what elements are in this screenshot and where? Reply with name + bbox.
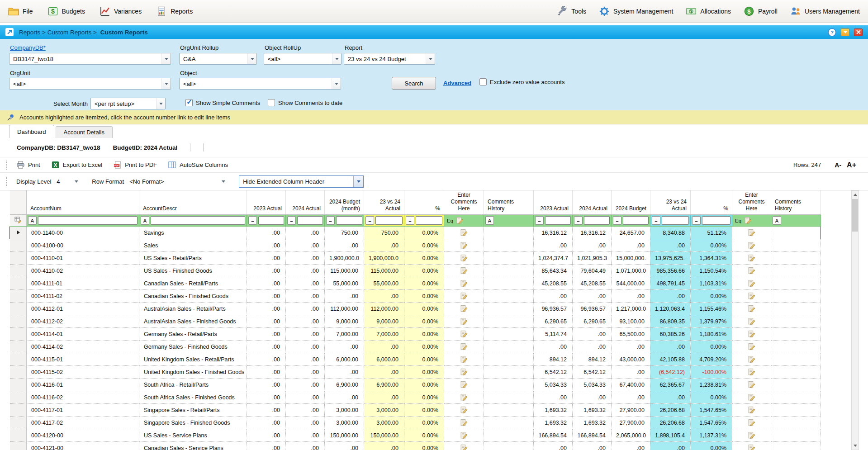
enter-comment-cell[interactable] — [444, 429, 484, 442]
table-row[interactable]: 000-4100-00Sales.00.00.00.000.00%.00.00.… — [10, 239, 821, 252]
row-format-select[interactable]: <No Format> — [129, 178, 225, 185]
row-marker[interactable] — [10, 290, 27, 303]
column-header-11-2024-budget[interactable]: 2024 Budget — [612, 190, 650, 215]
enter-comment-cell[interactable] — [732, 265, 771, 277]
account-number-link[interactable]: 000-4115-01 — [31, 356, 63, 363]
row-marker[interactable] — [10, 379, 27, 391]
column-header-13-[interactable]: % — [691, 190, 732, 215]
scroll-up-button[interactable] — [852, 191, 859, 199]
account-number-link[interactable]: 000-1140-00 — [31, 230, 63, 236]
text-filter-icon[interactable]: A — [773, 216, 781, 225]
table-row[interactable]: 000-4110-01US Sales - Retail/Parts.00.00… — [10, 252, 821, 265]
filter-input[interactable] — [151, 216, 245, 225]
filter-input[interactable] — [584, 216, 610, 225]
table-row[interactable]: 000-4114-01Germany Sales - Retail/Parts.… — [10, 328, 821, 341]
filter-cell-9[interactable]: = — [534, 215, 573, 227]
equals-filter-icon[interactable]: = — [365, 216, 374, 225]
text-filter-icon[interactable]: A — [485, 216, 494, 225]
column-header-7-enter-comments-here[interactable]: Enter Comments Here — [444, 190, 484, 215]
account-number-link[interactable]: 000-4111-01 — [31, 280, 62, 287]
enter-comment-cell[interactable] — [732, 391, 771, 404]
column-header-0-accountnum[interactable]: AccountNum — [27, 190, 139, 215]
account-number-link[interactable]: 000-4117-01 — [31, 407, 63, 413]
breadcrumb[interactable]: Reports > Custom Reports > — [19, 29, 97, 36]
enter-comment-cell[interactable] — [732, 442, 771, 450]
filter-cell-8[interactable]: A — [484, 215, 534, 227]
column-header-2-2023-actual[interactable]: 2023 Actual — [247, 190, 286, 215]
menu-item-reports[interactable]: Reports — [156, 6, 193, 17]
column-header-9-2023-actual[interactable]: 2023 Actual — [534, 190, 573, 215]
row-marker[interactable] — [10, 265, 27, 277]
table-row[interactable]: 000-4110-02US Sales - Finished Goods.00.… — [10, 265, 821, 277]
advanced-link[interactable]: Advanced — [443, 80, 471, 86]
filter-input[interactable] — [297, 216, 323, 225]
table-row[interactable]: 000-4120-00US Sales - Service Plans.00.0… — [10, 429, 821, 442]
enter-comment-cell[interactable] — [444, 290, 484, 303]
row-marker[interactable] — [10, 227, 27, 239]
row-marker[interactable] — [10, 353, 27, 366]
menu-item-variances[interactable]: Variances — [100, 6, 142, 17]
account-number-link[interactable]: 000-4112-02 — [31, 318, 63, 325]
filter-cell-2[interactable]: = — [247, 215, 286, 227]
menu-item-tools[interactable]: Tools — [557, 6, 586, 17]
help-icon[interactable]: ? — [828, 28, 836, 37]
row-marker[interactable] — [10, 328, 27, 341]
enter-comment-cell[interactable] — [444, 353, 484, 366]
account-number-link[interactable]: 000-4110-02 — [31, 268, 63, 274]
row-marker[interactable] — [10, 303, 27, 315]
close-button[interactable] — [854, 28, 863, 36]
enter-comment-cell[interactable] — [444, 277, 484, 290]
menu-item-payroll[interactable]: $Payroll — [744, 6, 778, 17]
table-row[interactable]: 000-4111-02Canadian Sales - Finished Goo… — [10, 290, 821, 303]
filter-cell-15[interactable]: A — [771, 215, 821, 227]
table-row[interactable]: 000-4117-01Singapore Sales - Retail/Part… — [10, 404, 821, 417]
enter-comment-cell[interactable] — [732, 417, 771, 429]
filter-cell-7[interactable]: Eq — [444, 215, 484, 227]
equals-filter-icon[interactable]: = — [574, 216, 583, 225]
filter-cell-5[interactable]: = — [364, 215, 404, 227]
extended-column-header-select[interactable]: Hide Extended Column Header — [239, 175, 364, 188]
column-header-8-comments-history[interactable]: Comments History — [484, 190, 534, 215]
vertical-scrollbar[interactable] — [851, 190, 859, 450]
row-marker[interactable] — [10, 366, 27, 379]
enter-comment-cell[interactable] — [732, 341, 771, 353]
account-number-link[interactable]: 000-4114-01 — [31, 331, 63, 337]
text-filter-icon[interactable]: A — [141, 216, 149, 225]
search-button[interactable]: Search — [392, 77, 436, 90]
table-row[interactable]: 000-4115-02United Kingdom Sales - Finish… — [10, 366, 821, 379]
account-number-link[interactable]: 000-4100-00 — [31, 242, 63, 249]
enter-comment-cell[interactable] — [444, 404, 484, 417]
equals-filter-icon[interactable]: = — [535, 216, 544, 225]
row-marker[interactable] — [10, 391, 27, 404]
equals-filter-icon[interactable]: = — [692, 216, 701, 225]
equals-filter-icon[interactable]: = — [652, 216, 660, 225]
filter-cell-14[interactable]: Eq — [732, 215, 771, 227]
export-excel-button[interactable]: X Export to Excel — [51, 161, 102, 169]
row-marker[interactable] — [10, 315, 27, 328]
column-header-4-2024-budget-month[interactable]: 2024 Budget (month) — [325, 190, 364, 215]
filter-cell-6[interactable]: = — [404, 215, 444, 227]
column-header-10-2024-actual[interactable]: 2024 Actual — [573, 190, 612, 215]
autosize-columns-button[interactable]: AutoSize Columns — [168, 161, 228, 169]
account-number-link[interactable]: 000-4116-02 — [31, 394, 63, 401]
display-level-select[interactable]: 4 — [57, 178, 78, 185]
filter-input[interactable] — [702, 216, 730, 225]
column-header-5-23-vs-24-actual[interactable]: 23 vs 24 Actual — [364, 190, 404, 215]
show-simple-comments-row[interactable]: Show Simple Comments — [185, 99, 260, 106]
enter-comment-cell[interactable] — [732, 239, 771, 252]
account-number-link[interactable]: 000-4120-00 — [31, 432, 63, 439]
account-number-link[interactable]: 000-4110-01 — [31, 255, 63, 261]
table-row[interactable]: 000-4117-02Singapore Sales - Finished Go… — [10, 417, 821, 429]
enter-comment-cell[interactable] — [444, 417, 484, 429]
tab-account-details[interactable]: Account Details — [56, 126, 113, 138]
enter-comment-cell[interactable] — [444, 265, 484, 277]
filter-input[interactable] — [336, 216, 362, 225]
show-comments-to-date-row[interactable]: Show Comments to date — [268, 99, 342, 106]
menu-item-users-management[interactable]: Users Management — [790, 6, 860, 17]
enter-comment-cell[interactable] — [732, 429, 771, 442]
column-header-14-enter-comments-here[interactable]: Enter Comments Here — [732, 190, 771, 215]
enter-comment-cell[interactable] — [732, 404, 771, 417]
enter-comment-cell[interactable] — [444, 303, 484, 315]
filter-input[interactable] — [662, 216, 689, 225]
equals-filter-icon[interactable]: = — [287, 216, 296, 225]
